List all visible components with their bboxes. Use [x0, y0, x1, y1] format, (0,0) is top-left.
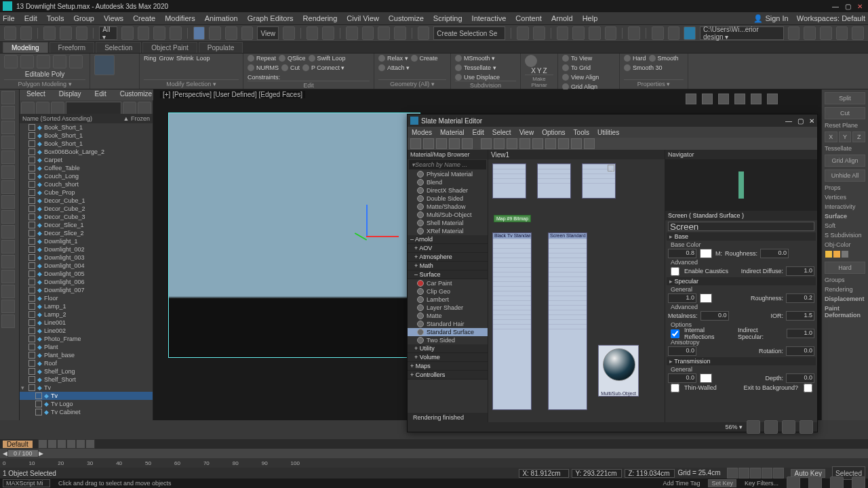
base-weight[interactable]: 0.8	[668, 249, 696, 258]
screen-node[interactable]: Screen Standard	[548, 232, 587, 410]
select-name-button[interactable]	[138, 26, 150, 40]
attach-button[interactable]: Attach ▾	[378, 64, 410, 71]
scene-item[interactable]: ◆Couch_Long	[20, 172, 153, 180]
menu-civilview[interactable]: Civil View	[347, 14, 378, 22]
tb-icon-5[interactable]	[852, 26, 864, 40]
cat-volume[interactable]: + Volume	[408, 353, 488, 362]
render-button[interactable]	[684, 26, 696, 40]
spec-rough[interactable]: 0.2	[786, 293, 814, 303]
relax-button[interactable]: Relax ▾	[378, 55, 408, 62]
undo-button[interactable]	[4, 26, 16, 40]
cat-surface[interactable]: – Surface	[408, 270, 488, 279]
sme-menu-edit[interactable]: Edit	[473, 129, 484, 136]
pivot-button[interactable]	[283, 26, 295, 40]
bind-button[interactable]	[76, 26, 88, 40]
menu-tools[interactable]: Tools	[47, 14, 64, 22]
sme-tool-icon[interactable]	[545, 138, 556, 149]
maxscript-input[interactable]: MAXScript Mi	[3, 479, 50, 487]
surf-carpaint[interactable]: Car Paint	[408, 279, 488, 287]
intref-check[interactable]	[671, 329, 679, 338]
scene-item[interactable]: ◆Shelf_Long	[20, 367, 153, 375]
scene-item[interactable]: ◆Couch_short	[20, 180, 153, 188]
left-icon[interactable]	[1, 285, 15, 298]
subobj-element-icon[interactable]	[69, 55, 83, 68]
repeat-button[interactable]: Repeat	[248, 55, 276, 62]
sec-base[interactable]: Base	[667, 232, 816, 241]
msmooth-button[interactable]: MSmooth ▾	[455, 55, 495, 62]
left-icon[interactable]	[1, 300, 15, 313]
indspec-spin[interactable]: 1.0	[787, 329, 814, 338]
play-button[interactable]	[750, 468, 761, 479]
speccolor-swatch[interactable]	[700, 293, 712, 303]
selection-set-drop[interactable]: Create Selection Se	[433, 26, 505, 40]
sme-tool-icon[interactable]	[519, 138, 530, 149]
curve-editor-button[interactable]	[589, 26, 601, 40]
vp-tool-icon[interactable]	[734, 94, 745, 104]
make-planar-button[interactable]	[525, 55, 537, 67]
sme-menu-utilities[interactable]: Utilities	[597, 129, 619, 136]
menu-grapheditors[interactable]: Graph Editors	[248, 14, 294, 22]
axis-z[interactable]: Z	[852, 131, 865, 142]
scene-item-tv[interactable]: ▾◆Tv	[20, 384, 153, 392]
menu-customize[interactable]: Customize	[389, 14, 424, 22]
nav-minimap[interactable]	[665, 159, 817, 211]
sme-tool-icon[interactable]	[494, 138, 505, 149]
scene-filter-input[interactable]	[66, 102, 121, 115]
sme-tool-icon[interactable]	[423, 138, 434, 149]
goto-start-button[interactable]	[727, 468, 738, 479]
scene-item[interactable]: ◆Downlight_004	[20, 262, 153, 270]
scene-item[interactable]: ◆Downlight_003	[20, 253, 153, 262]
material-preview[interactable]	[537, 163, 571, 199]
qslice-button[interactable]: QSlice	[279, 55, 306, 62]
thin-check[interactable]	[671, 384, 679, 392]
sme-tool-icon[interactable]	[571, 138, 582, 149]
filter-drop[interactable]: All ▾	[99, 26, 117, 40]
gridalign-button[interactable]: Grid Align	[825, 155, 865, 167]
scene-item[interactable]: ◆Tv Logo	[20, 400, 153, 408]
layer-explorer-button[interactable]	[572, 26, 585, 40]
mat-matte[interactable]: Matte/Shadow	[408, 203, 488, 211]
menu-help[interactable]: Help	[583, 14, 598, 22]
axis-y[interactable]: Y	[839, 131, 852, 142]
smooth30-button[interactable]: Smooth 30	[624, 64, 663, 71]
workspaces-drop[interactable]: Workspaces: Default	[797, 14, 865, 22]
unhide-button[interactable]: Unhide All	[825, 169, 865, 182]
scene-item[interactable]: ◆Decor_Cube_2	[20, 205, 153, 213]
scene-tool-icon[interactable]	[138, 102, 151, 115]
left-icon[interactable]	[1, 150, 15, 164]
blacktv-node[interactable]: Black Tv Standard	[492, 232, 532, 410]
angle-snap-button[interactable]	[362, 26, 374, 40]
vp-tool-icon[interactable]	[767, 94, 778, 104]
material-name-input[interactable]	[668, 222, 814, 231]
left-icon[interactable]	[1, 225, 15, 239]
scene-item[interactable]: ◆Decor_Cube_1	[20, 197, 153, 205]
manip-button[interactable]	[307, 26, 319, 40]
mat-shell[interactable]: Shell Material	[408, 219, 488, 227]
menu-views[interactable]: Views	[104, 14, 123, 22]
tb-icon-1[interactable]	[788, 26, 800, 40]
sme-menu-material[interactable]: Material	[440, 129, 465, 136]
color-swatch[interactable]	[825, 251, 832, 258]
planar-y[interactable]: Y	[537, 67, 542, 75]
scene-tab-customize[interactable]: Customize	[113, 89, 159, 100]
menu-scripting[interactable]: Scripting	[433, 14, 462, 22]
nav-icon[interactable]	[808, 476, 822, 488]
caustics-check[interactable]	[671, 267, 679, 276]
left-icon[interactable]	[1, 210, 15, 224]
mat-multisub[interactable]: Multi/Sub-Object	[408, 211, 488, 219]
scene-item[interactable]: ◆Book_Short_1	[20, 131, 153, 140]
hard-button[interactable]: Hard	[624, 55, 646, 62]
scene-item[interactable]: ◆Line001	[20, 319, 153, 327]
sme-menu-select[interactable]: Select	[492, 129, 511, 136]
pconnect-button[interactable]: P Connect ▾	[302, 64, 344, 71]
modify-sel-label[interactable]: Modify Selection ▾	[144, 79, 239, 87]
node-canvas[interactable]: Map #9 Bitmap Black Tv Standard Screen S…	[488, 159, 665, 422]
nodeview-tab[interactable]: View1	[488, 150, 665, 159]
render-frame-button[interactable]	[668, 26, 680, 40]
addtime-button[interactable]: Add Time Tag	[663, 480, 701, 487]
tab-selection[interactable]: Selection	[96, 42, 141, 53]
nav-icon[interactable]	[852, 476, 865, 488]
scene-tool-icon[interactable]	[21, 102, 35, 115]
props-label[interactable]: Properties ▾	[624, 79, 684, 87]
sme-tool-icon[interactable]	[462, 138, 473, 149]
